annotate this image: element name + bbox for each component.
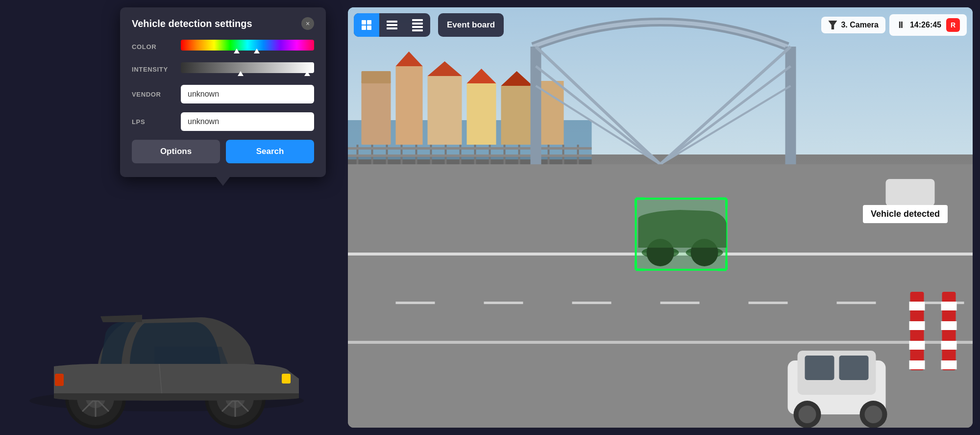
options-button[interactable]: Options: [132, 140, 220, 163]
svg-rect-69: [749, 302, 788, 304]
svg-rect-72: [788, 360, 886, 414]
rec-badge: R: [946, 18, 960, 32]
svg-rect-71: [925, 302, 964, 304]
color-label: COLOR: [132, 43, 181, 51]
camera-panel: Vehicle detected: [348, 7, 973, 428]
intensity-thumb-2[interactable]: [304, 71, 310, 76]
lps-row: LPS: [132, 112, 314, 131]
intensity-label: INTENSITY: [132, 66, 181, 73]
svg-rect-86: [941, 302, 957, 310]
dialog-header: Vehicle detection settings ×: [132, 17, 314, 30]
close-button[interactable]: ×: [301, 17, 314, 30]
color-gradient-bar: [181, 40, 314, 51]
camera-info: 3. Camera: [821, 17, 885, 33]
svg-point-76: [794, 401, 821, 428]
svg-rect-65: [396, 302, 435, 304]
pause-icon: ⏸: [896, 20, 905, 30]
svg-point-93: [686, 247, 723, 258]
lps-input[interactable]: [181, 112, 314, 131]
color-thumb-2[interactable]: [254, 49, 260, 53]
event-board-button[interactable]: Event board: [438, 13, 504, 37]
filter-icon: [828, 21, 837, 29]
svg-rect-62: [348, 164, 973, 428]
svg-rect-87: [941, 321, 957, 330]
vehicle-detected-label: Vehicle detected: [863, 205, 948, 223]
dialog-title: Vehicle detection settings: [132, 18, 252, 29]
intensity-thumb-1[interactable]: [238, 71, 244, 76]
svg-rect-75: [839, 356, 869, 380]
color-thumb-1[interactable]: [234, 49, 240, 53]
svg-rect-89: [941, 360, 957, 369]
svg-rect-74: [805, 356, 834, 380]
list-icon: [387, 21, 397, 29]
svg-rect-64: [348, 341, 973, 344]
camera-background: Vehicle detected: [348, 7, 973, 428]
car-image: [15, 249, 318, 435]
svg-rect-91: [636, 199, 727, 270]
buttons-row: Options Search: [132, 140, 314, 163]
vendor-row: VENDOR: [132, 85, 314, 103]
time-display: 14:26:45: [910, 21, 941, 29]
svg-rect-88: [941, 341, 957, 350]
svg-rect-82: [909, 321, 925, 330]
car-container: [0, 224, 333, 435]
svg-rect-81: [909, 302, 925, 310]
svg-point-95: [691, 239, 718, 266]
list-view-button[interactable]: [379, 13, 405, 37]
search-button[interactable]: Search: [226, 140, 314, 163]
camera-toolbar: Event board 3. Camera ⏸ 14:26:45 R: [354, 13, 967, 37]
intensity-gradient-bar: [181, 62, 314, 73]
svg-rect-84: [909, 360, 925, 369]
intensity-slider[interactable]: [181, 62, 314, 76]
svg-rect-67: [572, 302, 612, 304]
svg-rect-20: [55, 374, 64, 386]
settings-dialog: Vehicle detection settings × COLOR INTEN…: [120, 7, 326, 177]
toolbar-right: 3. Camera ⏸ 14:26:45 R: [821, 14, 967, 36]
svg-rect-21: [282, 374, 291, 384]
color-slider[interactable]: [181, 40, 314, 53]
svg-rect-80: [910, 292, 924, 370]
svg-rect-85: [942, 292, 956, 370]
vendor-input[interactable]: [181, 85, 314, 103]
lines-icon: [412, 19, 423, 31]
intensity-row: INTENSITY: [132, 62, 314, 76]
svg-rect-63: [348, 253, 973, 256]
svg-rect-73: [798, 351, 876, 395]
dialog-pointer: [216, 177, 230, 186]
grid-icon: [362, 20, 371, 30]
grid-view-button[interactable]: [354, 13, 379, 37]
svg-rect-66: [484, 302, 523, 304]
svg-rect-83: [909, 341, 925, 350]
time-info: ⏸ 14:26:45 R: [889, 14, 967, 36]
svg-point-78: [860, 401, 887, 428]
svg-point-77: [799, 406, 816, 423]
svg-point-79: [865, 406, 882, 423]
view-toggle-group: [354, 13, 430, 37]
svg-rect-90: [886, 179, 935, 206]
svg-rect-35: [348, 159, 592, 167]
lines-view-button[interactable]: [405, 13, 430, 37]
svg-rect-53: [348, 154, 592, 157]
svg-point-92: [642, 247, 679, 258]
vendor-label: VENDOR: [132, 91, 181, 98]
lps-label: LPS: [132, 118, 181, 126]
svg-rect-68: [661, 302, 700, 304]
color-row: COLOR: [132, 40, 314, 53]
svg-rect-70: [837, 302, 876, 304]
svg-point-94: [647, 239, 674, 266]
camera-label: 3. Camera: [841, 21, 879, 29]
